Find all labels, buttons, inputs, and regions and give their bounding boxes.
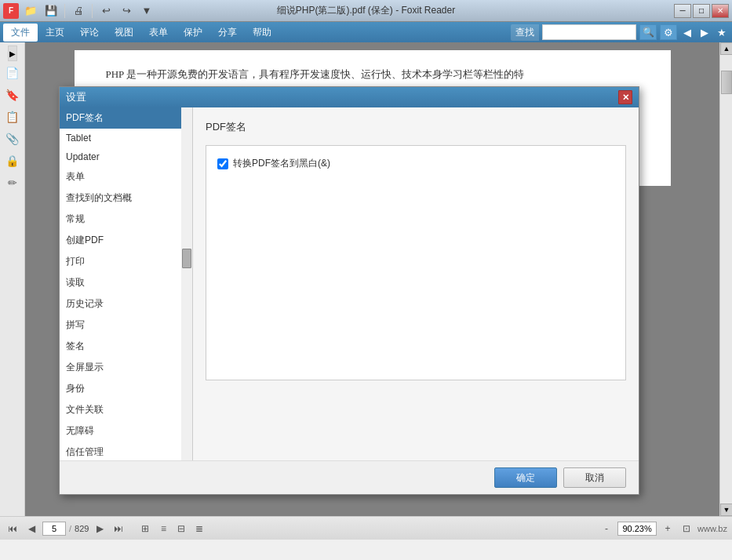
ok-button[interactable]: 确定: [494, 467, 557, 488]
list-item-signature[interactable]: 签名: [60, 336, 192, 357]
list-item-history[interactable]: 历史记录: [60, 293, 192, 315]
dialog-close-button[interactable]: ✕: [618, 90, 632, 104]
list-item-fullscreen[interactable]: 全屏显示: [60, 357, 192, 378]
list-item-spelling[interactable]: 拼写: [60, 315, 192, 336]
list-item-tablet[interactable]: Tablet: [60, 129, 192, 147]
list-item-updater[interactable]: Updater: [60, 147, 192, 166]
settings-dialog: 设置 ✕ PDF签名 Tablet Updater 表单 查找到的文档概 常规 …: [59, 86, 639, 495]
dialog-section-box: 转换PDF签名到黑白(&): [206, 145, 626, 380]
list-item-accessibility[interactable]: 无障碍: [60, 420, 192, 442]
dialog-section-title: PDF签名: [206, 120, 626, 134]
list-item-identity[interactable]: 身份: [60, 378, 192, 399]
dialog-content: PDF签名 转换PDF签名到黑白(&): [193, 107, 639, 460]
list-item-read[interactable]: 读取: [60, 272, 192, 293]
checkbox-label: 转换PDF签名到黑白(&): [233, 157, 330, 170]
dialog-title-bar: 设置 ✕: [60, 87, 639, 107]
list-scroll-thumb[interactable]: [182, 249, 191, 268]
list-item-search-doc[interactable]: 查找到的文档概: [60, 187, 192, 209]
list-item-print[interactable]: 打印: [60, 251, 192, 272]
list-item-create-pdf[interactable]: 创建PDF: [60, 230, 192, 251]
cancel-button[interactable]: 取消: [563, 467, 626, 488]
list-item-form[interactable]: 表单: [60, 166, 192, 187]
dialog-title: 设置: [66, 90, 86, 104]
list-item-file-assoc[interactable]: 文件关联: [60, 399, 192, 420]
list-item-general[interactable]: 常规: [60, 209, 192, 230]
dialog-footer: 确定 取消: [60, 460, 639, 494]
list-item-trust-mgr[interactable]: 信任管理: [60, 442, 192, 460]
list-item-pdf-sign[interactable]: PDF签名: [60, 107, 192, 129]
dialog-overlay: 设置 ✕ PDF签名 Tablet Updater 表单 查找到的文档概 常规 …: [0, 0, 732, 560]
list-scrollbar[interactable]: [181, 107, 192, 460]
convert-bw-checkbox[interactable]: [217, 158, 228, 169]
dialog-list: PDF签名 Tablet Updater 表单 查找到的文档概 常规 创建PDF…: [60, 107, 193, 460]
dialog-body: PDF签名 Tablet Updater 表单 查找到的文档概 常规 创建PDF…: [60, 107, 639, 460]
checkbox-row: 转换PDF签名到黑白(&): [217, 157, 614, 170]
